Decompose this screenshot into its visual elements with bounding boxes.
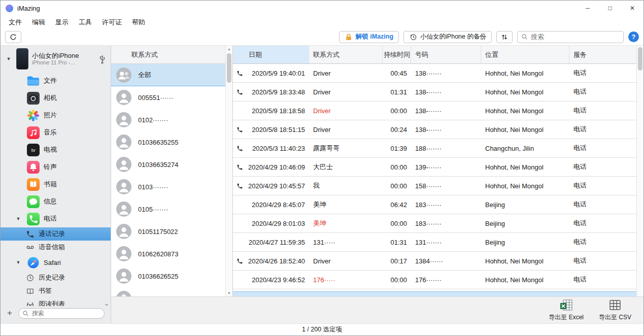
column-header-number[interactable]: 号码 (411, 46, 481, 63)
sidebar-item-books[interactable]: 书籍 (1, 176, 111, 193)
table-scrollbar[interactable] (636, 46, 643, 296)
contact-label: 0105······· (138, 206, 168, 213)
column-header-location[interactable]: 位置 (481, 46, 569, 63)
column-header-contact[interactable]: 联系方式 (309, 46, 383, 63)
sidebar-item-photos[interactable]: 照片 (1, 107, 111, 124)
add-button[interactable]: + (6, 308, 14, 318)
scrollbar-thumb[interactable] (638, 47, 642, 71)
contacts-scrollbar[interactable]: ▲ ▼ (225, 46, 232, 296)
contacts-header[interactable]: 联系方式 (111, 46, 232, 64)
minimize-button[interactable]: ─ (577, 1, 599, 16)
group-avatar-icon (116, 68, 131, 83)
sidebar-searchbox[interactable] (18, 308, 105, 319)
call-row[interactable]: 2020/5/3 11:40:23露露哥哥01:39188·······Chan… (233, 139, 636, 158)
help-button[interactable]: ? (628, 31, 639, 42)
maximize-button[interactable]: □ (599, 1, 621, 16)
call-date-cell: 2020/4/26 18:52:40 (246, 257, 305, 265)
device-expand-chevron-icon[interactable]: ▼ (5, 56, 13, 61)
contact-item[interactable]: 01036635274 (111, 153, 232, 176)
column-header-service[interactable]: 服务 (569, 46, 636, 63)
sidebar-item-tv[interactable]: tv电视 (1, 141, 111, 158)
sidebar-scroll-down-icon[interactable]: ⌄ (104, 301, 109, 306)
call-row[interactable]: 2020/4/29 10:46:09大巴士00:00139-······Hohh… (233, 158, 636, 177)
contact-item[interactable]: 005551······ (111, 86, 232, 109)
call-row[interactable]: 2020/5/8 18:51:15Driver00:24138-······Ho… (233, 120, 636, 139)
sidebar-item-voicemail[interactable]: 语音信箱 (1, 241, 111, 254)
menu-license[interactable]: 许可证 (97, 16, 127, 28)
call-row[interactable]: 2020/4/26 18:52:40Driver00:171384······H… (233, 252, 636, 271)
call-contact-cell: 美坤 (309, 219, 383, 228)
column-header-date[interactable]: 日期 (233, 46, 309, 63)
sidebar-item-messages[interactable]: 信息 (1, 193, 111, 210)
call-date-cell: 2020/4/29 10:45:57 (246, 182, 305, 190)
sort-button[interactable] (496, 31, 513, 43)
export-excel-button[interactable]: 导出至 Excel (549, 298, 584, 322)
partially-visible-selected-row[interactable] (233, 291, 636, 296)
device-row[interactable]: ▼ 小仙女的iPhone iPhone 11 Pro -... (1, 46, 111, 72)
search-icon (521, 33, 528, 40)
sidebar-item-reading-list[interactable]: 阅读列表 (1, 297, 111, 306)
call-row[interactable]: 2020/5/9 18:18:58Driver00:00138-······Ho… (233, 102, 636, 120)
export-bar: 导出至 Excel 导出至 CSV (111, 296, 643, 323)
menu-file[interactable]: 文件 (4, 16, 27, 28)
contact-label: 0103······· (138, 183, 168, 191)
contact-item[interactable]: 01062620873 (111, 243, 232, 265)
contact-item[interactable] (111, 287, 232, 296)
call-row[interactable]: 2020/4/23 9:46:52176·····00:00176·······… (233, 271, 636, 289)
sidebar-item-camera[interactable]: 相机 (1, 89, 111, 107)
sidebar-item-label: 文件 (44, 76, 57, 85)
contact-item[interactable]: 01036635255 (111, 131, 232, 153)
contact-item[interactable]: 0102······· (111, 109, 232, 131)
menu-help[interactable]: 帮助 (127, 16, 150, 28)
voicemail-icon (26, 243, 35, 252)
sidebar-item-safari[interactable]: ▼Safari (1, 254, 111, 271)
search-icon (22, 310, 29, 317)
scroll-down-icon[interactable]: ▼ (226, 290, 232, 296)
sidebar-item-call-history[interactable]: 通话记录 (1, 227, 111, 241)
export-csv-button[interactable]: 导出至 CSV (599, 298, 631, 322)
toolbar: 解锁 iMazing 小仙女的iPhone 的备份 ? (1, 28, 643, 45)
window-title: iMazing (17, 5, 40, 12)
call-row[interactable]: 2020/4/29 8:01:03美坤00:00183·······Beijin… (233, 214, 636, 233)
contact-item[interactable]: 0105······· (111, 198, 232, 220)
call-row[interactable]: 2020/5/9 18:33:48Driver01:31138-······Ho… (233, 83, 636, 102)
call-service-cell: 电话 (569, 87, 636, 96)
export-csv-label: 导出至 CSV (599, 313, 631, 322)
sidebar-item-music[interactable]: 音乐 (1, 124, 111, 141)
refresh-button[interactable] (5, 31, 21, 43)
search-input[interactable] (531, 33, 620, 41)
menu-tools[interactable]: 工具 (74, 16, 97, 28)
sidebar-item-ringtones[interactable]: 铃声 (1, 158, 111, 176)
expand-chevron-icon[interactable]: ▼ (14, 216, 23, 221)
sidebar-item-files[interactable]: 文件 (1, 72, 111, 89)
unlock-imazing-button[interactable]: 解锁 iMazing (339, 31, 399, 43)
sidebar-item-history[interactable]: 历史记录 (1, 271, 111, 284)
contact-item-all[interactable]: 全部 (111, 64, 232, 86)
sidebar-item-phone[interactable]: ▼电话 (1, 210, 111, 227)
toolbar-searchbox[interactable] (517, 31, 624, 43)
sidebar-item-label: 历史记录 (39, 273, 65, 282)
contact-item[interactable]: 01036626525 (111, 265, 232, 287)
scrollbar-thumb[interactable] (227, 53, 231, 83)
column-header-duration[interactable]: 持续时间 (383, 46, 411, 63)
sidebar-item-label: 书签 (39, 286, 52, 295)
scroll-up-icon[interactable]: ▲ (226, 46, 232, 52)
call-row[interactable]: 2020/4/29 10:45:57我00:00158·······Hohhot… (233, 177, 636, 195)
call-row[interactable]: 2020/4/27 11:59:35131·····01:31131······… (233, 233, 636, 252)
sidebar-item-label: Safari (44, 259, 61, 266)
close-button[interactable]: ✕ (621, 1, 643, 16)
device-name: 小仙女的iPhone (32, 52, 79, 60)
sidebar-item-bookmarks[interactable]: 书签 (1, 284, 111, 297)
call-row[interactable]: 2020/5/9 19:40:01Driver00:45138·······Ho… (233, 64, 636, 83)
sidebar-item-label: 信息 (44, 197, 57, 206)
call-row[interactable]: 2020/4/29 8:45:07美坤06:42183·······Beijin… (233, 195, 636, 214)
sidebar-search-input[interactable] (32, 310, 100, 317)
menu-view[interactable]: 显示 (50, 16, 74, 28)
contact-item[interactable]: 01051175022 (111, 220, 232, 243)
backup-selector-button[interactable]: 小仙女的iPhone 的备份 (403, 31, 492, 43)
contact-list: 全部005551······0102·······010366352550103… (111, 64, 232, 296)
call-log-pane: 日期 联系方式 持续时间 号码 位置 服务 2020/5/9 19:40:01D… (233, 46, 643, 296)
contact-item[interactable]: 0103······· (111, 176, 232, 198)
expand-chevron-icon[interactable]: ▼ (14, 260, 23, 265)
menu-edit[interactable]: 编辑 (27, 16, 50, 28)
